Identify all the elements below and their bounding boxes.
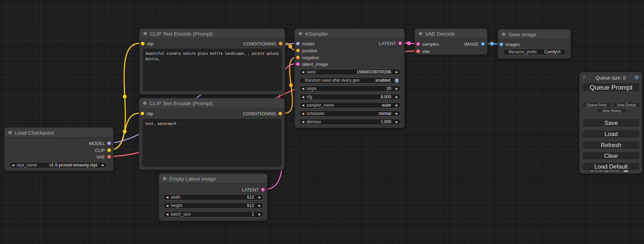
node-load-checkpoint[interactable]: Load Checkpoint MODEL CLIP VAE ◀ ckpt_na… — [4, 127, 114, 171]
node-empty-latent-image[interactable]: Empty Latent Image LATENT ◀ width 512 ▶ … — [159, 173, 267, 221]
decrement-icon[interactable]: ◀ — [299, 110, 307, 117]
conditioning-port-icon[interactable] — [296, 49, 300, 52]
decrement-icon[interactable]: ◀ — [164, 211, 171, 217]
increment-icon[interactable]: ▶ — [393, 102, 400, 108]
negative-prompt-textarea[interactable]: text, watermark — [143, 119, 281, 166]
input-slot-latent-image[interactable]: latent_image — [295, 61, 404, 67]
output-slot-conditioning[interactable]: CONDITIONING — [139, 110, 284, 117]
load-button[interactable]: Load — [582, 130, 640, 138]
node-title-bar[interactable]: CLIP Text Encode (Prompt) — [140, 29, 285, 38]
sampler-name-widget[interactable]: ◀ sampler_name euler ▶ — [299, 102, 401, 108]
image-port-icon[interactable] — [481, 42, 485, 46]
collapse-dot-icon[interactable] — [163, 177, 166, 180]
node-title-bar[interactable]: Save Image — [498, 29, 571, 39]
node-clip-text-encode-negative[interactable]: CLIP Text Encode (Prompt) clip CONDITION… — [139, 98, 285, 170]
increment-icon[interactable]: ▶ — [393, 85, 400, 92]
slot-label: CONDITIONING — [243, 111, 276, 116]
height-widget[interactable]: ◀ height 512 ▶ — [163, 202, 264, 209]
output-slot-clip[interactable]: CLIP — [5, 147, 113, 154]
output-slot-latent[interactable]: LATENT — [295, 40, 404, 47]
collapse-dot-icon[interactable] — [143, 101, 147, 105]
decrement-icon[interactable]: ◀ — [299, 69, 307, 75]
image-port-icon[interactable] — [500, 43, 503, 46]
collapse-dot-icon[interactable] — [419, 32, 422, 35]
collapse-dot-icon[interactable] — [299, 32, 302, 35]
view-history-button[interactable]: View History — [597, 108, 627, 113]
node-vae-decode[interactable]: VAE Decode samples vae IMAGE — [415, 28, 487, 55]
increment-icon[interactable]: ▶ — [393, 69, 400, 75]
increment-icon[interactable]: ▶ — [256, 194, 263, 200]
steps-widget[interactable]: ◀ steps 20 ▶ — [299, 85, 401, 92]
vae-port-icon[interactable] — [416, 49, 420, 53]
input-slot-images[interactable]: images — [498, 41, 571, 48]
filename-prefix-widget[interactable]: filename_prefix ComfyUI — [503, 49, 566, 55]
output-slot-model[interactable]: MODEL — [5, 140, 113, 147]
decrement-icon[interactable]: ◀ — [164, 202, 171, 209]
node-title: CLIP Text Encode (Prompt) — [150, 100, 213, 106]
random-seed-toggle-widget[interactable]: Random seed after every gen enabled — [299, 77, 401, 83]
node-title-bar[interactable]: Empty Latent Image — [159, 174, 267, 183]
decrement-icon[interactable]: ◀ — [164, 194, 171, 200]
model-port-icon[interactable] — [107, 142, 111, 145]
increment-icon[interactable]: ▶ — [393, 110, 400, 117]
ckpt-name-widget[interactable]: ◀ ckpt_name v1-5-pruned-emaonly.ckpt ▶ — [9, 162, 107, 168]
conditioning-port-icon[interactable] — [296, 56, 300, 59]
increment-icon[interactable]: ▶ — [256, 211, 263, 217]
input-slot-vae[interactable]: vae — [415, 48, 487, 55]
decrement-icon[interactable]: ◀ — [299, 102, 307, 108]
refresh-button[interactable]: Refresh — [582, 141, 640, 149]
collapse-dot-icon[interactable] — [143, 32, 147, 35]
decrement-icon[interactable]: ◀ — [299, 119, 307, 125]
view-queue-button[interactable]: View Queue — [612, 102, 640, 107]
input-slot-negative[interactable]: negative — [295, 54, 404, 61]
increment-icon[interactable]: ▶ — [393, 94, 400, 100]
seed-widget[interactable]: ◀ seed 156680208700286 ▶ — [299, 69, 401, 75]
decrement-icon[interactable]: ◀ — [299, 85, 307, 92]
increment-icon[interactable]: ▶ — [256, 202, 263, 209]
node-title: KSampler — [305, 31, 328, 37]
output-slot-conditioning[interactable]: CONDITIONING — [140, 40, 285, 47]
increment-icon[interactable]: ▶ — [99, 162, 107, 168]
scheduler-widget[interactable]: ◀ scheduler normal ▶ — [299, 110, 401, 117]
denoise-widget[interactable]: ◀ denoise 1.000 ▶ — [299, 119, 401, 125]
collapse-dot-icon[interactable] — [502, 33, 505, 36]
conditioning-port-icon[interactable] — [279, 42, 282, 45]
input-slot-positive[interactable]: positive — [295, 47, 404, 54]
latent-port-icon[interactable] — [398, 42, 402, 45]
output-slot-image[interactable]: IMAGE — [415, 40, 487, 47]
output-slot-vae[interactable]: VAE — [5, 153, 113, 160]
widget-label: width — [171, 195, 180, 200]
cfg-widget[interactable]: ◀ cfg 8.000 ▶ — [299, 94, 401, 100]
slot-label: LATENT — [379, 41, 396, 46]
load-default-button[interactable]: Load Default — [582, 162, 640, 171]
node-ksampler[interactable]: KSampler model positive negative latent_… — [294, 28, 405, 128]
clip-port-icon[interactable] — [107, 148, 111, 152]
clear-button[interactable]: Clear — [582, 152, 640, 160]
output-slot-latent[interactable]: LATENT — [159, 186, 267, 193]
node-clip-text-encode-positive[interactable]: CLIP Text Encode (Prompt) clip CONDITION… — [139, 28, 285, 94]
widget-value: 1.000 — [381, 119, 393, 124]
decrement-icon[interactable]: ◀ — [299, 94, 307, 100]
save-button[interactable]: Save — [582, 119, 640, 127]
node-title-bar[interactable]: VAE Decode — [415, 29, 487, 38]
collapse-dot-icon[interactable] — [8, 131, 12, 134]
width-widget[interactable]: ◀ width 512 ▶ — [163, 194, 264, 200]
toggle-on-icon[interactable] — [395, 78, 399, 83]
queue-front-button[interactable]: Queue Front — [582, 102, 611, 107]
queue-prompt-button[interactable]: Queue Prompt — [582, 83, 640, 92]
node-title-bar[interactable]: Load Checkpoint — [5, 128, 113, 137]
conditioning-port-icon[interactable] — [279, 112, 282, 115]
node-title: VAE Decode — [425, 31, 455, 37]
widget-value: 20 — [387, 86, 393, 91]
positive-prompt-textarea[interactable]: beautiful scenery nature glass bottle la… — [143, 49, 282, 91]
increment-icon[interactable]: ▶ — [393, 119, 400, 125]
gear-icon[interactable]: ⚙ — [634, 74, 639, 81]
vae-port-icon[interactable] — [107, 155, 111, 159]
latent-port-icon[interactable] — [261, 188, 265, 191]
decrement-icon[interactable]: ◀ — [9, 162, 17, 168]
latent-port-icon[interactable] — [296, 62, 300, 66]
node-title-bar[interactable]: CLIP Text Encode (Prompt) — [139, 98, 284, 108]
node-save-image[interactable]: Save Image images filename_prefix ComfyU… — [498, 29, 571, 59]
node-title-bar[interactable]: KSampler — [295, 29, 404, 38]
batch-size-widget[interactable]: ◀ batch_size 1 ▶ — [163, 211, 264, 217]
